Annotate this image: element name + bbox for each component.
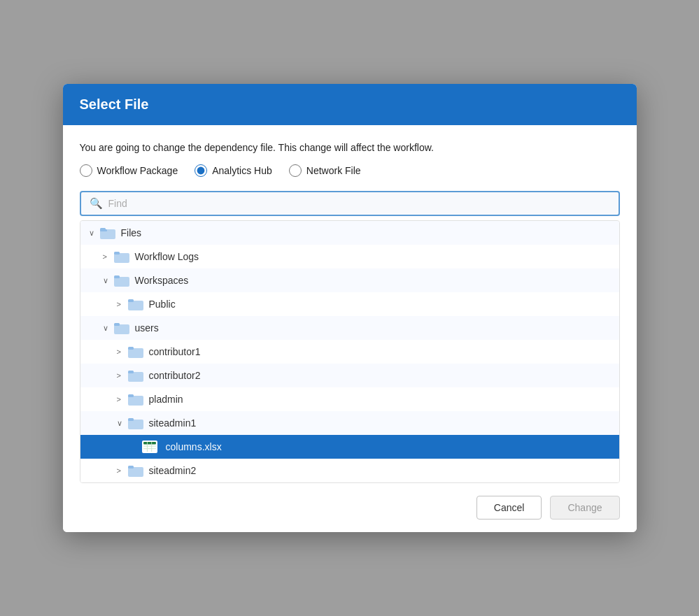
svg-rect-11 [128, 348, 143, 358]
svg-rect-6 [114, 275, 120, 278]
radio-group: Workflow Package Analytics Hub Network F… [80, 164, 620, 177]
radio-label-workflow-package: Workflow Package [97, 165, 178, 176]
tree-item-columns-xlsx[interactable]: columns.xlsx [80, 435, 619, 459]
tree-item-contributor1[interactable]: > contributor1 [80, 340, 619, 364]
label-workflow-logs: Workflow Logs [135, 251, 199, 262]
tree-item-pladmin[interactable]: > pladmin [80, 387, 619, 411]
label-files: Files [121, 227, 142, 238]
label-public: Public [149, 299, 176, 310]
xlsx-icon-columns [142, 440, 157, 453]
folder-icon-users [114, 322, 129, 334]
label-siteadmin2: siteadmin2 [149, 465, 197, 476]
description-text: You are going to change the dependency f… [80, 142, 620, 153]
dialog-footer: Cancel Change [63, 483, 637, 532]
tree-item-workspaces[interactable]: ∨ Workspaces [80, 268, 619, 292]
svg-rect-14 [128, 371, 134, 373]
tree-item-siteadmin1[interactable]: ∨ siteadmin1 [80, 411, 619, 435]
svg-rect-9 [114, 324, 129, 334]
radio-input-workflow-package[interactable] [80, 164, 92, 177]
radio-workflow-package[interactable]: Workflow Package [80, 164, 178, 177]
folder-icon-workflow-logs [114, 250, 129, 263]
radio-label-analytics-hub: Analytics Hub [212, 165, 272, 176]
tree-item-contributor2[interactable]: > contributor2 [80, 364, 619, 387]
chevron-contributor1: > [117, 348, 128, 356]
svg-rect-7 [128, 301, 143, 310]
folder-icon-files [100, 227, 115, 239]
tree-item-siteadmin2[interactable]: > siteadmin2 [80, 459, 619, 482]
chevron-pladmin: > [117, 395, 128, 403]
label-users: users [135, 322, 159, 334]
svg-rect-26 [128, 466, 134, 468]
tree-item-workflow-logs[interactable]: > Workflow Logs [80, 245, 619, 268]
folder-icon-workspaces [114, 274, 129, 287]
search-icon: 🔍 [90, 197, 103, 210]
svg-rect-17 [128, 420, 143, 429]
tree-item-public[interactable]: > Public [80, 292, 619, 316]
dialog-header: Select File [63, 84, 637, 125]
cancel-button[interactable]: Cancel [476, 496, 542, 520]
chevron-siteadmin1: ∨ [117, 419, 128, 428]
chevron-workflow-logs: > [103, 252, 114, 261]
label-columns-xlsx: columns.xlsx [166, 441, 222, 452]
radio-label-network-file: Network File [306, 165, 361, 176]
chevron-siteadmin2: > [117, 466, 128, 475]
svg-rect-12 [128, 347, 134, 350]
svg-rect-10 [114, 323, 120, 326]
chevron-users: ∨ [103, 324, 114, 333]
folder-icon-pladmin [128, 393, 143, 406]
svg-rect-3 [114, 253, 129, 263]
change-button[interactable]: Change [550, 496, 619, 520]
chevron-workspaces: ∨ [103, 276, 114, 285]
chevron-contributor2: > [117, 371, 128, 380]
svg-rect-16 [128, 394, 134, 397]
radio-input-analytics-hub[interactable] [195, 164, 207, 177]
svg-rect-5 [114, 277, 129, 287]
search-box: 🔍 [80, 191, 620, 216]
folder-icon-siteadmin1 [128, 417, 143, 429]
svg-rect-18 [128, 418, 134, 421]
folder-icon-contributor2 [128, 369, 143, 382]
folder-icon-public [128, 298, 143, 310]
dialog-overlay: Select File You are going to change the … [0, 0, 699, 616]
search-input[interactable] [108, 198, 610, 209]
tree-item-users[interactable]: ∨ users [80, 316, 619, 340]
select-file-dialog: Select File You are going to change the … [63, 84, 637, 532]
svg-rect-15 [128, 396, 143, 406]
radio-input-network-file[interactable] [289, 164, 302, 177]
label-pladmin: pladmin [149, 394, 183, 405]
svg-rect-25 [128, 467, 143, 477]
svg-rect-2 [100, 228, 106, 231]
dialog-title: Select File [80, 96, 149, 112]
svg-rect-13 [128, 372, 143, 382]
label-contributor1: contributor1 [149, 346, 201, 357]
label-workspaces: Workspaces [135, 275, 189, 286]
chevron-public: > [117, 300, 128, 308]
folder-icon-contributor1 [128, 345, 143, 358]
label-siteadmin1: siteadmin1 [149, 417, 197, 429]
folder-icon-siteadmin2 [128, 464, 143, 477]
label-contributor2: contributor2 [149, 370, 201, 381]
tree-item-files[interactable]: ∨ Files [80, 221, 619, 245]
radio-network-file[interactable]: Network File [289, 164, 361, 177]
chevron-files: ∨ [89, 229, 100, 238]
file-tree[interactable]: ∨ Files > Workflow Logs ∨ Workspaces [80, 220, 620, 483]
radio-analytics-hub[interactable]: Analytics Hub [195, 164, 272, 177]
svg-rect-4 [114, 252, 120, 255]
dialog-body: You are going to change the dependency f… [63, 125, 637, 483]
svg-rect-8 [128, 299, 134, 302]
svg-rect-20 [143, 442, 156, 445]
